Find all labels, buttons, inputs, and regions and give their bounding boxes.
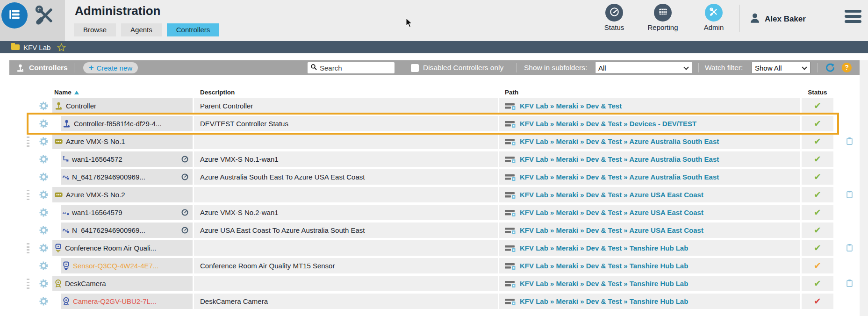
path-link[interactable]: KFV Lab » Meraki » Dev & Test » Azure Au… [520,173,719,181]
copy-icon[interactable] [846,244,853,252]
settings-gear-icon[interactable] [30,134,49,149]
row-description: Parent Controller [194,98,498,114]
path-link[interactable]: KFV Lab » Meraki » Dev & Test [520,102,622,110]
row-description: Azure VMX-S No.1-wan1 [194,151,498,167]
wave-icon [62,227,69,234]
gauge-icon [181,226,189,234]
favorite-star-icon[interactable] [57,43,66,52]
row-name[interactable]: Azure VMX-S No.1 [66,137,125,145]
drag-handle-icon[interactable] [27,243,29,253]
settings-gear-icon[interactable] [30,205,49,220]
sensor-icon [62,261,70,271]
path-link[interactable]: KFV Lab » Meraki » Dev & Test » Tanshire… [520,280,688,287]
path-link[interactable]: KFV Lab » Meraki » Dev & Test » Azure US… [520,226,703,234]
column-header-description[interactable]: Description [194,89,498,96]
settings-gear-icon[interactable] [30,294,49,309]
camera-icon [62,297,70,306]
status-check-icon: ✔ [814,151,821,167]
copy-icon[interactable] [846,190,853,199]
toolbar-divider [818,63,818,72]
settings-gear-icon[interactable] [30,151,49,167]
status-check-icon: ✔ [814,223,821,238]
row-name[interactable]: N_641762946900969... [72,173,145,181]
status-check-icon: ✔ [814,205,821,220]
copy-icon[interactable] [846,137,853,145]
path-node-icon [505,227,516,234]
gauge-icon [181,208,189,216]
joystick-icon [54,101,63,110]
path-link[interactable]: KFV Lab » Meraki » Dev & Test » Azure Au… [520,137,719,145]
search-input[interactable] [320,64,390,72]
joystick-icon [62,119,71,128]
settings-gear-icon[interactable] [30,187,49,202]
disabled-only-checkbox[interactable] [411,64,419,72]
status-check-icon: ✔ [814,294,821,309]
watch-filter-select-wrap: Show All [752,62,811,74]
row-name[interactable]: DeskCamera [65,280,106,287]
breadcrumb[interactable]: KFV Lab [23,43,50,51]
refresh-icon[interactable] [825,63,835,73]
sensor-group-icon [54,244,62,253]
path-link[interactable]: KFV Lab » Meraki » Dev & Test » Azure Au… [520,155,719,163]
table-body: Controller Parent Controller KFV Lab » M… [9,98,860,309]
column-header-status[interactable]: Status [802,89,833,96]
path-link[interactable]: KFV Lab » Meraki » Dev & Test » Tanshire… [520,244,688,252]
row-description [194,187,498,202]
settings-gear-icon[interactable] [30,169,49,185]
row-description: DeskCamera Camera [194,294,498,309]
row-name[interactable]: Conference Room Air Quali... [65,244,156,252]
camera-icon [54,279,62,288]
column-header-name[interactable]: Name [52,89,193,96]
status-check-icon: ✔ [814,258,821,273]
nav-status[interactable]: Status [593,4,636,31]
row-name[interactable]: Sensor-Q3CQ-4W24-4E7... [73,262,158,270]
row-name[interactable]: wan1-16564572 [72,155,122,163]
drag-handle-icon[interactable] [27,190,29,200]
row-description: DEV/TEST Controller Status [194,116,498,131]
tab-agents[interactable]: Agents [121,23,162,36]
path-node-icon [505,156,516,163]
app-logo[interactable] [1,2,28,29]
row-description: Azure VMX-S No.2-wan1 [194,205,498,220]
create-new-button[interactable]: + Create new [83,62,138,73]
row-name[interactable]: Azure VMX-S No.2 [66,191,125,199]
subfolders-select[interactable]: All [595,62,692,74]
user-menu[interactable]: Alex Baker [749,12,806,26]
row-description: Conference Room Air Quality MT15 Sensor [194,258,498,273]
row-name[interactable]: Controller [66,102,96,110]
watch-filter-select[interactable]: Show All [752,62,811,74]
tab-controllers[interactable]: Controllers [167,23,220,36]
hamburger-menu-icon[interactable] [845,10,861,25]
column-header-path[interactable]: Path [499,89,800,96]
path-link[interactable]: KFV Lab » Meraki » Dev & Test » Azure US… [520,208,703,216]
nav-reporting[interactable]: Reporting [641,4,684,31]
status-check-icon: ✔ [814,116,821,131]
copy-icon[interactable] [846,279,853,287]
settings-gear-icon[interactable] [30,258,49,273]
drag-handle-icon[interactable] [27,279,29,289]
settings-gear-icon[interactable] [30,276,49,291]
settings-gear-icon[interactable] [30,116,49,131]
path-node-icon [505,244,516,252]
path-link[interactable]: KFV Lab » Meraki » Dev & Test » Azure US… [520,191,703,199]
row-name[interactable]: wan1-16564579 [72,208,122,216]
path-link[interactable]: KFV Lab » Meraki » Dev & Test » Devices … [520,120,696,128]
row-name[interactable]: Controller-f8581f4c-df29-4... [74,120,162,128]
tab-browse[interactable]: Browse [74,23,116,36]
table-row: N_641762946900969... Azure Australia Sou… [9,169,860,185]
toolbar-divider [698,63,699,72]
drag-handle-icon[interactable] [27,136,29,147]
settings-gear-icon[interactable] [30,223,49,238]
device-icon [54,190,63,199]
nav-admin[interactable]: Admin [692,4,735,31]
settings-gear-icon[interactable] [30,240,49,256]
row-description: Azure USA East Coast To Azure Australia … [194,223,498,238]
help-icon[interactable]: ? [842,63,852,72]
path-link[interactable]: KFV Lab » Meraki » Dev & Test » Tanshire… [520,262,688,270]
settings-gear-icon[interactable] [30,98,49,114]
path-link[interactable]: KFV Lab » Meraki » Dev & Test » Tanshire… [520,297,688,305]
row-name[interactable]: N_641762946900969... [72,226,145,234]
disabled-only-label[interactable]: Disabled Controllers only [423,60,503,75]
status-check-icon: ✔ [814,134,821,149]
row-name[interactable]: Camera-Q2GV-UBU2-7L... [73,297,156,305]
